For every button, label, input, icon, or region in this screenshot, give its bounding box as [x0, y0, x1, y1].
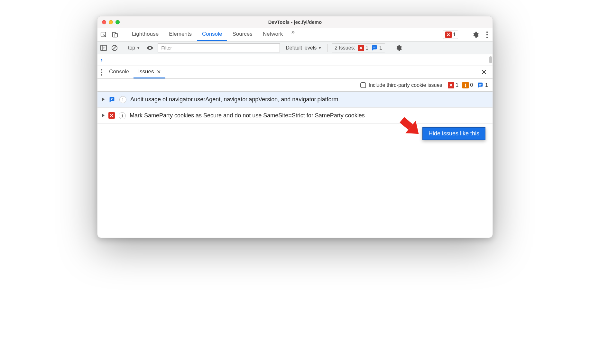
drawer-more-icon[interactable] [100, 69, 105, 76]
window-close-button[interactable] [102, 20, 106, 24]
divider [464, 31, 464, 39]
count-info[interactable]: 1 [477, 82, 488, 89]
svg-rect-0 [101, 32, 106, 37]
chevron-down-icon: ▼ [318, 46, 322, 50]
context-selector[interactable]: top ▼ [126, 45, 142, 51]
error-icon: ✕ [108, 112, 115, 119]
console-sidebar-toggle-icon[interactable] [100, 45, 107, 51]
console-toolbar: top ▼ Default levels ▼ 2 Issues: ✕1 1 [97, 41, 493, 54]
svg-rect-11 [373, 48, 375, 48]
drawer-tab-issues[interactable]: Issues ✕ [134, 66, 165, 78]
issue-title: Audit usage of navigator.userAgent, navi… [130, 96, 488, 104]
svg-rect-16 [479, 85, 481, 86]
context-label: top [128, 45, 135, 51]
divider [124, 31, 124, 39]
svg-point-5 [486, 36, 488, 38]
error-icon: ✕ [358, 45, 364, 51]
count-warning[interactable]: !0 [462, 82, 473, 88]
svg-point-13 [101, 71, 102, 73]
svg-rect-18 [111, 99, 112, 100]
error-icon: ✕ [445, 32, 452, 38]
drawer-tabstrip: Console Issues ✕ ✕ [97, 66, 493, 79]
chevron-down-icon: ▼ [136, 46, 140, 50]
menu-item-label: Hide issues like this [429, 130, 479, 137]
inspect-element-icon[interactable] [100, 31, 107, 38]
main-tabs: Lighthouse Elements Console Sources Netw… [127, 28, 298, 41]
info-icon [477, 82, 484, 89]
window-zoom-button[interactable] [115, 20, 120, 24]
tab-label: Lighthouse [132, 31, 159, 37]
clear-console-icon[interactable] [111, 44, 118, 51]
scrollbar-thumb[interactable] [489, 56, 492, 63]
divider [389, 44, 389, 52]
live-expression-icon[interactable] [146, 45, 154, 51]
checkbox-label: Include third-party cookie issues [369, 82, 442, 88]
svg-rect-17 [111, 98, 113, 99]
third-party-checkbox[interactable]: Include third-party cookie issues [360, 82, 442, 88]
window-minimize-button[interactable] [109, 20, 113, 24]
stage: DevTools - jec.fyi/demo [0, 0, 590, 364]
issue-row[interactable]: ✕ 1 Mark SameParty cookies as Secure and… [97, 108, 493, 124]
svg-rect-10 [373, 47, 375, 47]
tab-label: Console [202, 31, 222, 37]
prompt-icon: › [101, 57, 103, 63]
drawer-close-icon[interactable]: ✕ [478, 68, 490, 77]
svg-point-12 [101, 69, 102, 70]
svg-rect-15 [479, 84, 481, 85]
issue-counts: ✕1 !0 1 [448, 82, 488, 89]
main-tabstrip: Lighthouse Elements Console Sources Netw… [97, 28, 493, 41]
tab-label: Elements [169, 31, 192, 37]
svg-point-3 [486, 31, 488, 32]
window-title: DevTools - jec.fyi/demo [268, 19, 322, 25]
errors-badge[interactable]: ✕ 1 [443, 31, 458, 39]
errors-count: 1 [453, 32, 456, 38]
tab-lighthouse[interactable]: Lighthouse [127, 28, 164, 41]
device-toggle-icon[interactable] [112, 31, 119, 38]
expand-icon[interactable] [102, 114, 105, 117]
svg-line-9 [113, 46, 116, 50]
issue-title: Mark SameParty cookies as Secure and do … [130, 112, 488, 120]
tab-label: Sources [232, 31, 252, 37]
svg-point-14 [101, 74, 102, 75]
devtools-window: DevTools - jec.fyi/demo [97, 16, 493, 238]
occurrence-count: 1 [119, 96, 126, 103]
tab-label: Issues [138, 68, 154, 75]
filter-input[interactable] [158, 43, 280, 52]
titlebar: DevTools - jec.fyi/demo [97, 16, 493, 28]
checkbox-icon [360, 82, 366, 88]
more-options-icon[interactable] [484, 31, 490, 38]
svg-rect-2 [115, 33, 117, 37]
warning-icon: ! [462, 82, 469, 88]
log-levels-selector[interactable]: Default levels ▼ [284, 45, 324, 51]
traffic-lights [102, 20, 120, 24]
expand-icon[interactable] [102, 97, 105, 101]
issues-summary-button[interactable]: 2 Issues: ✕1 1 [332, 43, 385, 52]
console-input-area[interactable]: › [97, 54, 493, 66]
tab-network[interactable]: Network [258, 28, 288, 41]
annotation-arrow-icon [393, 113, 426, 139]
console-settings-icon[interactable] [393, 44, 404, 51]
issues-label: 2 Issues: [335, 45, 355, 51]
tab-label: Network [263, 31, 283, 37]
issue-row[interactable]: 1 Audit usage of navigator.userAgent, na… [97, 92, 493, 108]
tab-console[interactable]: Console [197, 28, 227, 41]
issues-toolbar: Include third-party cookie issues ✕1 !0 … [97, 79, 493, 92]
info-icon [371, 44, 378, 51]
tab-elements[interactable]: Elements [164, 28, 197, 41]
settings-icon[interactable] [470, 31, 481, 38]
occurrence-count: 1 [119, 112, 126, 119]
tab-label: Console [109, 68, 129, 75]
count-error[interactable]: ✕1 [448, 82, 458, 88]
tabs-overflow-button[interactable]: » [288, 28, 298, 41]
issues-info-count: 1 [379, 45, 382, 51]
divider [327, 44, 328, 52]
info-icon [108, 96, 115, 103]
error-icon: ✕ [448, 82, 454, 88]
close-tab-icon[interactable]: ✕ [157, 69, 161, 75]
drawer-tab-console[interactable]: Console [105, 66, 134, 78]
tab-sources[interactable]: Sources [227, 28, 257, 41]
svg-point-4 [486, 34, 488, 35]
issues-error-count: 1 [365, 45, 368, 51]
context-menu-hide-issues[interactable]: Hide issues like this [423, 128, 485, 140]
divider [122, 44, 122, 52]
